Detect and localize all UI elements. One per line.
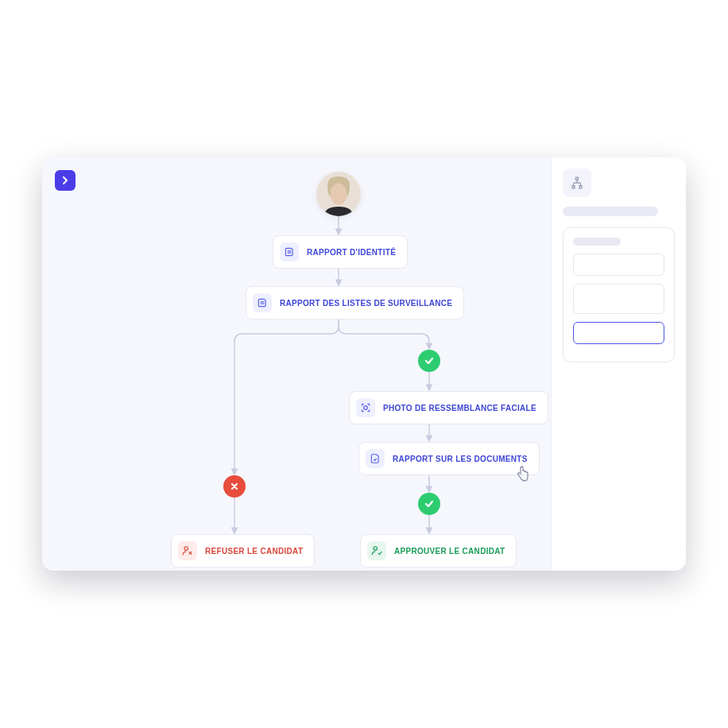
- candidate-avatar: [316, 172, 361, 216]
- node-approve-candidate[interactable]: APPROUVER LE CANDIDAT: [360, 534, 517, 567]
- node-facial-similarity[interactable]: PHOTO DE RESSEMBLANCE FACIALE: [349, 391, 548, 424]
- property-field-selected[interactable]: [573, 322, 664, 344]
- properties-sidebar: [551, 157, 686, 571]
- property-field[interactable]: [573, 254, 664, 276]
- pass-checkpoint[interactable]: [418, 493, 440, 515]
- node-document-report[interactable]: RAPPORT SUR LES DOCUMENTS: [358, 442, 540, 475]
- node-label: PHOTO DE RESSEMBLANCE FACIALE: [383, 404, 536, 412]
- node-watchlist-report[interactable]: RAPPORT DES LISTES DE SURVEILLANCE: [246, 286, 464, 319]
- properties-panel: [563, 227, 675, 362]
- node-label: REFUSER LE CANDIDAT: [205, 547, 303, 556]
- node-label: APPROUVER LE CANDIDAT: [394, 547, 505, 556]
- document-check-icon: [366, 449, 385, 468]
- pass-checkpoint[interactable]: [418, 350, 440, 372]
- face-scan-icon: [356, 398, 375, 417]
- sitemap-icon: [570, 176, 584, 190]
- document-stack-icon: [253, 293, 272, 312]
- document-stack-icon: [280, 242, 299, 261]
- workflow-tree-button[interactable]: [563, 168, 591, 197]
- node-label: RAPPORT D'IDENTITÉ: [307, 248, 396, 257]
- property-field[interactable]: [573, 284, 664, 314]
- sidebar-title-skeleton: [563, 207, 658, 216]
- user-reject-icon: [178, 541, 197, 560]
- node-label: RAPPORT SUR LES DOCUMENTS: [393, 455, 528, 463]
- node-identity-report[interactable]: RAPPORT D'IDENTITÉ: [273, 235, 408, 269]
- workflow-canvas[interactable]: RAPPORT D'IDENTITÉ RAPPORT DES LISTES DE…: [42, 157, 551, 571]
- connectors: [42, 157, 551, 571]
- app-card: RAPPORT D'IDENTITÉ RAPPORT DES LISTES DE…: [42, 157, 686, 571]
- node-label: RAPPORT DES LISTES DE SURVEILLANCE: [280, 299, 452, 308]
- user-approve-icon: [367, 541, 386, 560]
- panel-label-skeleton: [573, 238, 621, 246]
- fail-checkpoint[interactable]: [223, 475, 246, 498]
- node-reject-candidate[interactable]: REFUSER LE CANDIDAT: [171, 534, 315, 567]
- cursor-pointer-icon: [516, 466, 529, 482]
